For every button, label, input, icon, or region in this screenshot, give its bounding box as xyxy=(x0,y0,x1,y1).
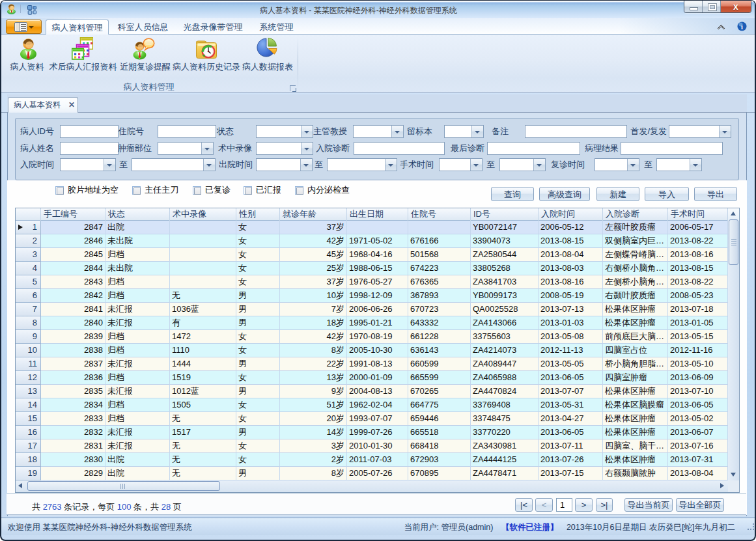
svg-text:i: i xyxy=(741,23,743,31)
